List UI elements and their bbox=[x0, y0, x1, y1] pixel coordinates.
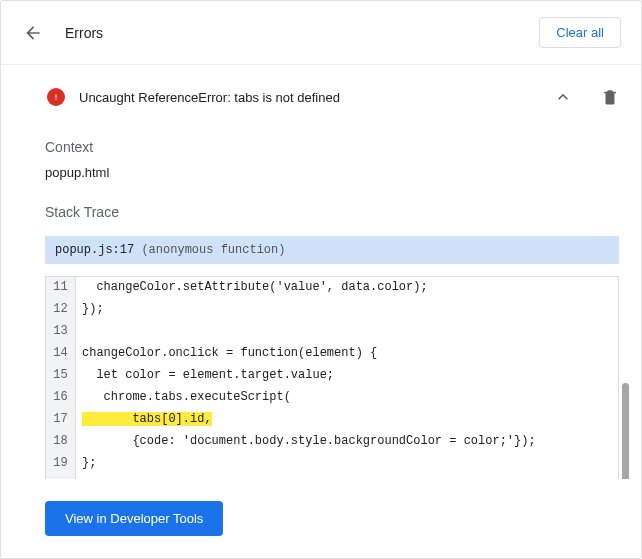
line-code: {code: 'document.body.style.backgroundCo… bbox=[76, 431, 618, 453]
code-line: 11 changeColor.setAttribute('value', dat… bbox=[46, 277, 618, 299]
line-code: }; bbox=[76, 453, 618, 475]
code-line: 13 bbox=[46, 321, 618, 343]
line-number: 12 bbox=[46, 299, 76, 321]
code-line: 16 chrome.tabs.executeScript( bbox=[46, 387, 618, 409]
page-title: Errors bbox=[65, 25, 539, 41]
line-code: changeColor.onclick = function(element) … bbox=[76, 343, 618, 365]
line-number: 14 bbox=[46, 343, 76, 365]
line-code: changeColor.setAttribute('value', data.c… bbox=[76, 277, 618, 299]
code-line: 12}); bbox=[46, 299, 618, 321]
context-label: Context bbox=[45, 139, 619, 155]
line-number: 18 bbox=[46, 431, 76, 453]
line-number: 20 bbox=[46, 475, 76, 479]
code-line: 15 let color = element.target.value; bbox=[46, 365, 618, 387]
line-code: let color = element.target.value; bbox=[76, 365, 618, 387]
stack-trace-label: Stack Trace bbox=[45, 204, 619, 220]
code-line: 14changeColor.onclick = function(element… bbox=[46, 343, 618, 365]
line-number: 13 bbox=[46, 321, 76, 343]
context-value: popup.html bbox=[45, 165, 619, 180]
scrollbar[interactable] bbox=[622, 383, 629, 479]
code-line: 19}; bbox=[46, 453, 618, 475]
line-code: chrome.tabs.executeScript( bbox=[76, 387, 618, 409]
error-icon bbox=[47, 88, 65, 106]
stack-file-line: popup.js:17 bbox=[55, 243, 134, 257]
line-number: 16 bbox=[46, 387, 76, 409]
code-line: 18 {code: 'document.body.style.backgroun… bbox=[46, 431, 618, 453]
line-number: 17 bbox=[46, 409, 76, 431]
chevron-up-icon[interactable] bbox=[553, 87, 573, 107]
code-snippet: 11 changeColor.setAttribute('value', dat… bbox=[45, 276, 619, 479]
code-line: 17 tabs[0].id, bbox=[46, 409, 618, 431]
line-number: 11 bbox=[46, 277, 76, 299]
trash-icon[interactable] bbox=[601, 88, 619, 106]
stack-location[interactable]: popup.js:17 (anonymous function) bbox=[45, 236, 619, 264]
line-number: 15 bbox=[46, 365, 76, 387]
error-message: Uncaught ReferenceError: tabs is not def… bbox=[79, 90, 553, 105]
stack-function: (anonymous function) bbox=[141, 243, 285, 257]
back-arrow-icon[interactable] bbox=[23, 23, 43, 43]
highlighted-code: tabs[0].id, bbox=[82, 412, 212, 426]
clear-all-button[interactable]: Clear all bbox=[539, 17, 621, 48]
line-code: tabs[0].id, bbox=[76, 409, 618, 431]
line-code bbox=[76, 475, 618, 479]
header-bar: Errors Clear all bbox=[1, 1, 641, 65]
line-code bbox=[76, 321, 618, 343]
error-row: Uncaught ReferenceError: tabs is not def… bbox=[23, 65, 619, 127]
line-code: }); bbox=[76, 299, 618, 321]
code-line: 20 bbox=[46, 475, 618, 479]
view-in-devtools-button[interactable]: View in Developer Tools bbox=[45, 501, 223, 536]
line-number: 19 bbox=[46, 453, 76, 475]
